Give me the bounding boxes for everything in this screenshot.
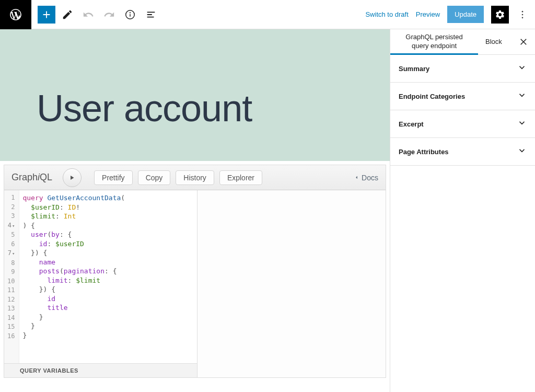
wordpress-logo[interactable]: [0, 0, 31, 29]
outline-button[interactable]: [142, 6, 160, 24]
gear-icon: [495, 9, 505, 20]
chevron-down-icon: [517, 118, 527, 130]
sidebar-panel[interactable]: Excerpt: [390, 110, 535, 138]
svg-point-3: [522, 10, 524, 12]
explorer-button[interactable]: Explorer: [219, 170, 262, 185]
sidebar: GraphQL persisted query endpoint Block S…: [390, 29, 535, 392]
execute-query-button[interactable]: [63, 168, 82, 187]
kebab-icon: [517, 9, 528, 20]
graphiql-toolbar: GraphiQL Prettify Copy History Explorer …: [4, 165, 386, 190]
wordpress-icon: [9, 8, 22, 21]
settings-button[interactable]: [491, 6, 509, 24]
editor-canvas: User account GraphiQL Prettify Copy Hist…: [0, 29, 390, 392]
top-bar: Switch to draft Preview Update: [0, 0, 535, 29]
toolbar-left: [31, 6, 160, 24]
chevron-down-icon: [517, 90, 527, 102]
tab-block[interactable]: Block: [478, 34, 509, 50]
history-button[interactable]: History: [176, 170, 214, 185]
chevron-down-icon: [517, 146, 527, 157]
query-variables-header[interactable]: QUERY VARIABLES: [4, 363, 197, 377]
sidebar-panel[interactable]: Summary: [390, 55, 535, 83]
main-area: User account GraphiQL Prettify Copy Hist…: [0, 29, 535, 392]
svg-point-5: [522, 17, 524, 18]
panel-title: Summary: [399, 65, 429, 73]
result-pane: [197, 190, 386, 377]
docs-label: Docs: [362, 174, 378, 182]
plus-icon: [41, 9, 52, 20]
svg-point-4: [522, 14, 524, 15]
code-text[interactable]: query GetUserAccountData( $userID: ID! $…: [19, 190, 127, 363]
docs-toggle[interactable]: Docs: [354, 174, 378, 182]
title-zone: User account: [0, 29, 390, 161]
page-title[interactable]: User account: [37, 87, 390, 130]
undo-icon: [83, 9, 94, 20]
sidebar-close-button[interactable]: [513, 29, 535, 54]
copy-button[interactable]: Copy: [138, 170, 171, 185]
toolbar-right: Switch to draft Preview Update: [365, 6, 535, 24]
code-editor[interactable]: 12345678910111213141516 query GetUserAcc…: [4, 190, 197, 363]
redo-button[interactable]: [100, 6, 118, 24]
edit-button[interactable]: [59, 6, 76, 24]
tab-graphql-endpoint[interactable]: GraphQL persisted query endpoint: [390, 29, 478, 55]
undo-button[interactable]: [79, 6, 97, 24]
sidebar-panel[interactable]: Page Attributes: [390, 138, 535, 166]
prettify-button[interactable]: Prettify: [94, 170, 133, 185]
query-editor: 12345678910111213141516 query GetUserAcc…: [4, 190, 197, 377]
sidebar-panels: SummaryEndpoint CategoriesExcerptPage At…: [390, 55, 535, 166]
sidebar-panel[interactable]: Endpoint Categories: [390, 83, 535, 110]
panel-title: Excerpt: [399, 120, 424, 128]
chevron-down-icon: [517, 63, 527, 74]
info-icon: [124, 9, 136, 20]
switch-to-draft-link[interactable]: Switch to draft: [365, 10, 408, 18]
svg-point-2: [130, 12, 131, 13]
update-button[interactable]: Update: [447, 6, 484, 23]
info-button[interactable]: [121, 6, 139, 24]
pencil-icon: [62, 9, 73, 20]
line-gutter: 12345678910111213141516: [4, 190, 19, 363]
graphiql-logo: GraphiQL: [11, 172, 52, 183]
preview-link[interactable]: Preview: [416, 10, 440, 18]
redo-icon: [103, 9, 115, 20]
sidebar-tabs: GraphQL persisted query endpoint Block: [390, 29, 535, 55]
graphiql-block: GraphiQL Prettify Copy History Explorer …: [4, 165, 386, 378]
close-icon: [519, 37, 529, 47]
list-icon: [145, 9, 157, 20]
add-block-button[interactable]: [38, 6, 55, 24]
play-icon: [68, 174, 76, 181]
chevron-left-icon: [354, 175, 359, 180]
graphiql-body: 12345678910111213141516 query GetUserAcc…: [4, 190, 386, 377]
panel-title: Endpoint Categories: [399, 93, 465, 100]
panel-title: Page Attributes: [399, 148, 449, 156]
more-options-button[interactable]: [516, 6, 529, 24]
